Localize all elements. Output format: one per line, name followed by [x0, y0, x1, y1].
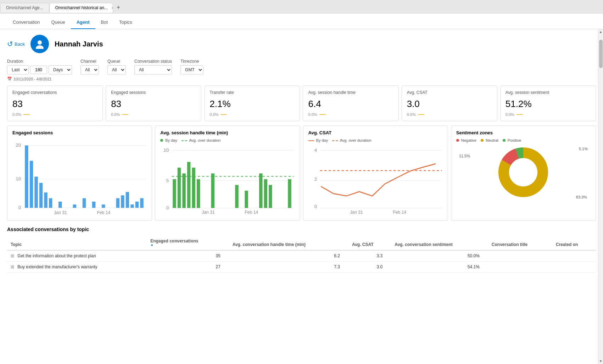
- back-icon: ↺: [7, 40, 13, 48]
- svg-rect-15: [58, 202, 62, 208]
- cell-topic: ⊞ Buy extended the manufacturer's warran…: [7, 261, 147, 272]
- svg-rect-61: [264, 179, 267, 208]
- scrollbar[interactable]: ▲ ▼: [598, 29, 603, 364]
- duration-value-input[interactable]: [30, 66, 47, 74]
- sentiment-negative-pct: 11.5%: [459, 154, 470, 158]
- legend-negative-label: Negative: [461, 138, 476, 142]
- nav-conversation[interactable]: Conversation: [7, 16, 46, 29]
- svg-rect-55: [235, 185, 239, 208]
- kpi-avg-sentiment-pct: 0.0%: [506, 112, 514, 117]
- chart-avg-csat-title: Avg. CSAT: [308, 130, 443, 135]
- svg-text:5: 5: [166, 178, 169, 183]
- channel-select[interactable]: All: [80, 65, 99, 74]
- col-engaged-conv[interactable]: Engaged conversations ▼: [147, 236, 229, 250]
- col-engaged-conv-label: Engaged conversations: [150, 239, 198, 243]
- svg-text:20: 20: [16, 142, 21, 148]
- kpi-engaged-conversations-value: 83: [12, 99, 97, 110]
- chart-avg-csat: Avg. CSAT By day Avg. over duration 4 2 …: [303, 125, 448, 221]
- svg-text:2: 2: [314, 177, 317, 182]
- kpi-avg-csat-trend: [418, 114, 424, 115]
- scroll-up-button[interactable]: ▲: [598, 29, 603, 35]
- svg-rect-11: [39, 183, 43, 208]
- kpi-avg-sentiment-title: Avg. session sentiment: [506, 90, 591, 95]
- svg-text:10: 10: [16, 176, 21, 181]
- cell-engaged-conv: 35: [147, 250, 229, 262]
- cell-avg-sentiment: 50.0%: [391, 250, 488, 262]
- page-content: ↺ Back Hannah Jarvis Duration Last Days: [0, 29, 603, 364]
- sort-icon: ▼: [150, 243, 225, 247]
- cell-engaged-conv: 27: [147, 261, 229, 272]
- kpi-transfer-rate-title: Transfer rate: [210, 90, 295, 95]
- nav-bot[interactable]: Bot: [95, 16, 114, 29]
- svg-point-81: [509, 158, 537, 186]
- conversations-table: Topic Engaged conversations ▼ Avg. conve…: [7, 236, 596, 273]
- svg-text:Jan 31: Jan 31: [350, 210, 363, 214]
- svg-text:Jan 31: Jan 31: [54, 210, 67, 215]
- svg-rect-47: [197, 179, 200, 208]
- nav-agent[interactable]: Agent: [71, 16, 95, 29]
- tab-1[interactable]: Omnichannel Age...: [0, 3, 49, 12]
- sentiment-positive-pct: 5.1%: [579, 147, 588, 151]
- back-button[interactable]: ↺ Back: [7, 40, 25, 48]
- date-range: 📅 10/11/2020 - 4/8/2021: [7, 77, 596, 81]
- svg-rect-42: [173, 179, 176, 208]
- svg-rect-31: [135, 202, 139, 208]
- svg-text:0: 0: [314, 204, 317, 209]
- add-tab-button[interactable]: +: [113, 4, 124, 11]
- kpi-transfer-rate-trend: [220, 114, 227, 115]
- table-row: ⊞ Get the information about the protect …: [7, 250, 596, 262]
- queue-filter: Queue All: [107, 59, 126, 74]
- col-created-on-label: Created on: [556, 242, 578, 247]
- svg-text:0: 0: [18, 205, 21, 210]
- avg-handle-svg: 10 5 0: [160, 145, 295, 214]
- chart-sentiment: Sentiment zones Negative Neutral Positiv…: [451, 125, 596, 221]
- conv-status-select[interactable]: All: [134, 65, 172, 74]
- avatar: [30, 35, 49, 53]
- chart-engaged-sessions-title: Engaged sessions: [12, 130, 147, 135]
- channel-label: Channel: [80, 59, 99, 64]
- kpi-avg-handle-time-title: Avg. session handle time: [308, 90, 393, 95]
- col-avg-handle: Avg. conversation handle time (min): [229, 236, 348, 250]
- kpi-engaged-sessions-trend: [122, 114, 128, 115]
- timezone-label: Timezone: [180, 59, 203, 64]
- legend-avg-dash: [182, 140, 187, 141]
- kpi-avg-sentiment-value: 51.2%: [506, 99, 591, 110]
- col-topic-label: Topic: [11, 242, 22, 247]
- conv-status-filter: Conversation status All: [134, 59, 172, 74]
- svg-point-0: [38, 40, 42, 45]
- kpi-avg-csat-title: Avg. CSAT: [407, 90, 492, 95]
- svg-rect-18: [73, 205, 76, 208]
- date-range-text: 10/11/2020 - 4/8/2021: [13, 77, 52, 81]
- tab-1-label: Omnichannel Age...: [6, 5, 43, 10]
- chart-sentiment-title: Sentiment zones: [456, 130, 591, 135]
- col-avg-handle-label: Avg. conversation handle time (min): [233, 242, 306, 247]
- timezone-select[interactable]: GMT: [180, 65, 203, 74]
- donut-container: 5.1% 11.5% 83.3%: [456, 144, 591, 201]
- svg-rect-13: [49, 198, 52, 208]
- col-topic: Topic: [7, 236, 147, 250]
- back-label: Back: [15, 41, 25, 47]
- kpi-engaged-sessions-pct: 0.0%: [111, 112, 120, 117]
- duration-unit-select[interactable]: Days: [49, 65, 72, 74]
- legend-by-day-label: By day: [165, 138, 177, 142]
- scroll-down-button[interactable]: ▼: [598, 358, 603, 364]
- svg-rect-30: [130, 205, 134, 208]
- cell-avg-csat: 3.0: [348, 261, 391, 272]
- kpi-engaged-sessions-title: Engaged sessions: [111, 90, 196, 95]
- tab-2[interactable]: Omnichannel historical an... ✕: [49, 3, 113, 13]
- scrollbar-thumb[interactable]: [599, 40, 603, 68]
- duration-preset-select[interactable]: Last: [7, 65, 29, 74]
- expand-icon[interactable]: ⊞: [11, 253, 14, 258]
- legend-csat-avg-label: Avg. over duration: [340, 138, 372, 142]
- svg-rect-28: [121, 195, 124, 208]
- svg-rect-44: [183, 173, 186, 208]
- legend-neutral-label: Neutral: [486, 138, 498, 142]
- nav-topics[interactable]: Topics: [113, 16, 138, 29]
- queue-select[interactable]: All: [107, 65, 126, 74]
- kpi-avg-sentiment-trend: [517, 114, 523, 115]
- chart-engaged-sessions: Engaged sessions 20 10 0: [7, 125, 152, 221]
- svg-rect-20: [83, 198, 86, 208]
- nav-queue[interactable]: Queue: [46, 16, 71, 29]
- agent-name: Hannah Jarvis: [55, 40, 103, 48]
- expand-icon[interactable]: ⊞: [11, 264, 14, 269]
